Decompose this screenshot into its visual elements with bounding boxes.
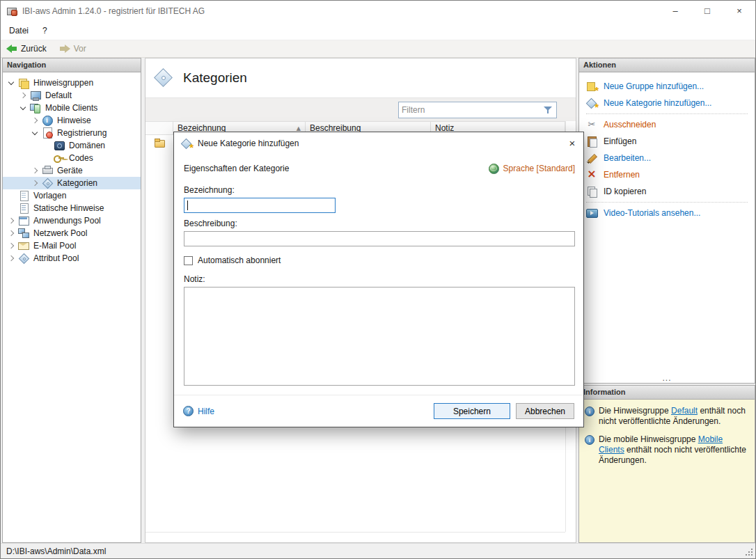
nav-item-default[interactable]: Default <box>3 89 141 102</box>
tree-item-label: Statische Hinweise <box>31 203 106 213</box>
chevron-collapsed-icon[interactable] <box>7 254 16 263</box>
chevron-collapsed-icon[interactable] <box>7 216 16 226</box>
menu-help[interactable]: ? <box>36 22 54 40</box>
minimize-button[interactable]: – <box>659 1 691 22</box>
nav-item-attribut-pool[interactable]: Attribut Pool <box>3 252 141 265</box>
network-pool-icon <box>18 228 29 239</box>
nav-item-kategorien[interactable]: Kategorien <box>3 177 141 189</box>
language-label: Sprache [Standard] <box>503 164 575 173</box>
action-edit[interactable]: Bearbeiten... <box>586 150 748 166</box>
information-panel: Information Die Hinweisgruppe Default en… <box>578 385 755 543</box>
nav-item-registrierung[interactable]: Registrierung <box>3 127 141 139</box>
information-header: Information <box>579 386 755 400</box>
chevron-collapsed-icon[interactable] <box>7 229 16 238</box>
info-text-prefix: Die Hinweisgruppe <box>599 406 671 416</box>
template-icon <box>18 190 29 201</box>
tree-item-label: Anwendungs Pool <box>31 216 103 226</box>
chevron-collapsed-icon[interactable] <box>7 242 16 251</box>
action-label: ID kopieren <box>604 187 646 196</box>
nav-item-mobile-clients[interactable]: Mobile Clients <box>3 102 141 114</box>
forward-label: Vor <box>74 44 86 54</box>
bezeichnung-input[interactable] <box>184 198 336 213</box>
info-text: Die Hinweisgruppe Default enthält noch n… <box>599 406 749 427</box>
nav-item-domaenen[interactable]: Domänen <box>3 139 141 152</box>
action-new-group[interactable]: Neue Gruppe hinzufügen... <box>586 78 748 95</box>
action-new-category[interactable]: Neue Kategorie hinzufügen... <box>586 95 748 111</box>
nav-item-hinweisgruppen[interactable]: Hinweisgruppen <box>3 77 141 89</box>
chevron-collapsed-icon[interactable] <box>31 166 40 175</box>
new-category-dialog: Neue Kategorie hinzufügen × Eigenschafte… <box>173 132 584 427</box>
action-remove[interactable]: Entfernen <box>586 166 748 183</box>
filter-input[interactable] <box>402 105 540 115</box>
dialog-title: Neue Kategorie hinzufügen <box>198 139 299 148</box>
filter-funnel-icon[interactable] <box>543 105 553 115</box>
back-button[interactable]: Zurück <box>6 44 47 54</box>
tree-item-label: Hinweise <box>55 116 93 125</box>
language-button[interactable]: Sprache [Standard] <box>488 163 575 174</box>
tree-item-label: Geräte <box>55 166 85 175</box>
resize-grip[interactable] <box>745 548 753 556</box>
action-video-tutorials[interactable]: Video-Tutorials ansehen... <box>586 205 748 221</box>
tree-item-label: Attribut Pool <box>31 253 81 263</box>
tree-item-label: Netzwerk Pool <box>31 228 89 238</box>
action-copy-id[interactable]: ID kopieren <box>586 183 748 200</box>
static-notice-icon <box>18 203 29 214</box>
bezeichnung-label: Bezeichnung: <box>184 185 575 195</box>
tree-item-label: Hinweisgruppen <box>31 78 95 88</box>
chevron-collapsed-icon[interactable] <box>19 91 28 100</box>
sort-ascending-icon: ▲ <box>297 125 301 132</box>
chevron-expanded-icon[interactable] <box>19 104 28 113</box>
help-link[interactable]: Hilfe <box>183 406 214 416</box>
navigation-panel: Navigation Hinweisgruppen Default Mobile… <box>2 58 141 543</box>
chevron-expanded-icon[interactable] <box>31 129 40 138</box>
notiz-textarea[interactable] <box>184 287 575 386</box>
video-icon <box>586 207 597 219</box>
nav-item-codes[interactable]: Codes <box>3 152 141 164</box>
nav-item-geraete[interactable]: Geräte <box>3 164 141 177</box>
filter-box <box>398 102 557 118</box>
devices-icon <box>42 165 53 176</box>
registration-icon <box>42 127 53 139</box>
nav-item-statische-hinweise[interactable]: Statische Hinweise <box>3 202 141 214</box>
mobile-client-icon <box>30 102 41 113</box>
column-header-icon[interactable] <box>145 122 173 134</box>
nav-item-anwendungs-pool[interactable]: Anwendungs Pool <box>3 214 141 227</box>
menu-datei[interactable]: Datei <box>2 22 36 40</box>
action-label: Video-Tutorials ansehen... <box>604 208 700 218</box>
categories-page-icon <box>153 68 174 88</box>
nav-item-email-pool[interactable]: E-Mail Pool <box>3 239 141 252</box>
action-label: Ausschneiden <box>604 120 656 129</box>
text-caret <box>187 200 188 210</box>
navigation-header: Navigation <box>3 58 141 72</box>
computer-icon <box>30 90 41 101</box>
action-cut[interactable]: Ausschneiden <box>586 116 748 133</box>
info-link-default[interactable]: Default <box>671 406 698 416</box>
new-category-icon <box>181 138 192 149</box>
maximize-button[interactable]: □ <box>691 1 723 22</box>
beschreibung-input[interactable] <box>184 231 575 246</box>
app-icon <box>6 6 17 17</box>
actions-panel: Aktionen Neue Gruppe hinzufügen... Neue … <box>578 58 755 384</box>
actions-overflow[interactable]: ... <box>579 373 755 383</box>
auto-subscribe-row[interactable]: Automatisch abonniert <box>184 255 575 266</box>
info-icon <box>585 407 594 416</box>
back-arrow-icon <box>6 45 17 53</box>
chevron-collapsed-icon[interactable] <box>31 179 40 188</box>
action-paste[interactable]: Einfügen <box>586 133 748 150</box>
forward-button[interactable]: Vor <box>59 44 86 54</box>
attribute-pool-icon <box>18 253 29 264</box>
checkbox-unchecked-icon[interactable] <box>184 256 193 265</box>
chevron-collapsed-icon[interactable] <box>31 116 40 125</box>
paste-icon <box>586 136 597 147</box>
nav-item-netzwerk-pool[interactable]: Netzwerk Pool <box>3 227 141 239</box>
copy-id-icon <box>586 186 597 197</box>
dialog-close-button[interactable]: × <box>561 132 583 155</box>
save-button[interactable]: Speichern <box>434 403 510 419</box>
nav-item-hinweise[interactable]: Hinweise <box>3 114 141 127</box>
chevron-expanded-icon[interactable] <box>7 79 16 88</box>
nav-item-vorlagen[interactable]: Vorlagen <box>3 189 141 202</box>
table-bottom-edge <box>145 532 565 533</box>
close-button[interactable]: × <box>723 1 755 22</box>
cancel-button[interactable]: Abbrechen <box>516 403 574 419</box>
menubar: Datei ? <box>1 22 755 40</box>
